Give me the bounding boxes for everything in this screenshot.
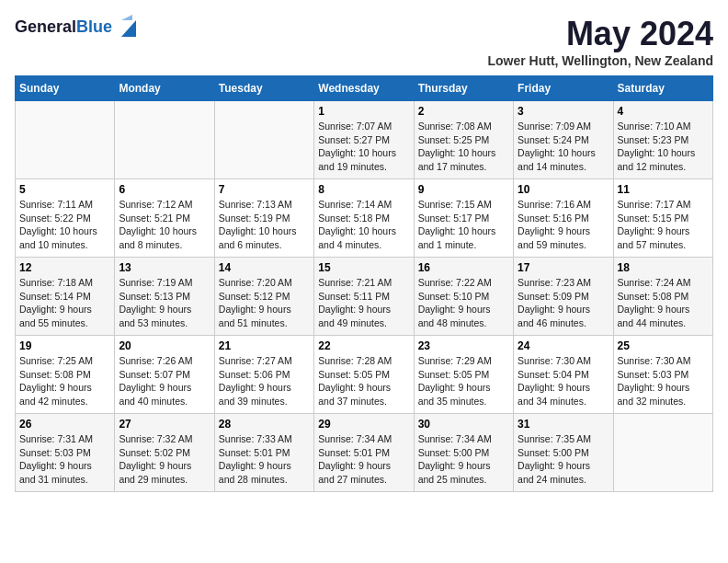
calendar-week-1: 1Sunrise: 7:07 AMSunset: 5:27 PMDaylight… xyxy=(16,101,713,179)
day-number: 14 xyxy=(219,261,310,274)
day-number: 29 xyxy=(318,418,409,431)
day-number: 15 xyxy=(318,261,409,274)
day-info: Sunrise: 7:19 AMSunset: 5:13 PMDaylight:… xyxy=(119,276,210,330)
day-number: 2 xyxy=(418,105,509,118)
calendar-cell: 15Sunrise: 7:21 AMSunset: 5:11 PMDayligh… xyxy=(314,258,414,336)
day-info: Sunrise: 7:07 AMSunset: 5:27 PMDaylight:… xyxy=(318,120,409,174)
calendar-cell: 28Sunrise: 7:33 AMSunset: 5:01 PMDayligh… xyxy=(214,414,313,492)
day-of-week-friday: Friday xyxy=(514,76,613,101)
calendar-cell: 27Sunrise: 7:32 AMSunset: 5:02 PMDayligh… xyxy=(115,414,214,492)
day-info: Sunrise: 7:11 AMSunset: 5:22 PMDaylight:… xyxy=(19,198,110,252)
day-number: 24 xyxy=(518,339,609,352)
day-info: Sunrise: 7:26 AMSunset: 5:07 PMDaylight:… xyxy=(119,354,210,408)
calendar-cell: 26Sunrise: 7:31 AMSunset: 5:03 PMDayligh… xyxy=(16,414,115,492)
calendar-cell: 29Sunrise: 7:34 AMSunset: 5:01 PMDayligh… xyxy=(314,414,414,492)
calendar-cell: 6Sunrise: 7:12 AMSunset: 5:21 PMDaylight… xyxy=(115,179,214,258)
day-number: 31 xyxy=(518,418,609,431)
calendar-header-row: SundayMondayTuesdayWednesdayThursdayFrid… xyxy=(16,76,713,101)
day-info: Sunrise: 7:13 AMSunset: 5:19 PMDaylight:… xyxy=(219,198,310,252)
calendar-cell: 3Sunrise: 7:09 AMSunset: 5:24 PMDaylight… xyxy=(514,101,613,179)
day-info: Sunrise: 7:27 AMSunset: 5:06 PMDaylight:… xyxy=(219,354,310,408)
day-number: 9 xyxy=(418,183,509,196)
day-info: Sunrise: 7:22 AMSunset: 5:10 PMDaylight:… xyxy=(418,276,509,330)
day-number: 27 xyxy=(119,418,210,431)
day-number: 12 xyxy=(19,261,110,274)
day-info: Sunrise: 7:12 AMSunset: 5:21 PMDaylight:… xyxy=(119,198,210,252)
day-number: 22 xyxy=(318,339,409,352)
calendar-cell: 25Sunrise: 7:30 AMSunset: 5:03 PMDayligh… xyxy=(613,336,712,414)
calendar-cell: 19Sunrise: 7:25 AMSunset: 5:08 PMDayligh… xyxy=(16,336,115,414)
calendar-cell: 20Sunrise: 7:26 AMSunset: 5:07 PMDayligh… xyxy=(115,336,214,414)
day-number: 21 xyxy=(219,339,310,352)
day-info: Sunrise: 7:25 AMSunset: 5:08 PMDaylight:… xyxy=(19,354,110,408)
day-number: 18 xyxy=(618,261,709,274)
calendar-cell xyxy=(613,414,712,492)
day-info: Sunrise: 7:20 AMSunset: 5:12 PMDaylight:… xyxy=(219,276,310,330)
day-info: Sunrise: 7:08 AMSunset: 5:25 PMDaylight:… xyxy=(418,120,509,174)
day-info: Sunrise: 7:33 AMSunset: 5:01 PMDaylight:… xyxy=(219,432,310,487)
day-info: Sunrise: 7:16 AMSunset: 5:16 PMDaylight:… xyxy=(518,198,609,252)
day-info: Sunrise: 7:17 AMSunset: 5:15 PMDaylight:… xyxy=(618,198,709,252)
page-header: GeneralBlue May 2024 Lower Hutt, Welling… xyxy=(15,15,713,68)
calendar-week-3: 12Sunrise: 7:18 AMSunset: 5:14 PMDayligh… xyxy=(16,258,713,336)
calendar-cell: 5Sunrise: 7:11 AMSunset: 5:22 PMDaylight… xyxy=(16,179,115,258)
day-number: 5 xyxy=(19,183,110,196)
month-title: May 2024 xyxy=(487,15,713,53)
calendar-cell: 22Sunrise: 7:28 AMSunset: 5:05 PMDayligh… xyxy=(314,336,414,414)
svg-marker-0 xyxy=(121,20,136,37)
day-info: Sunrise: 7:28 AMSunset: 5:05 PMDaylight:… xyxy=(318,354,409,408)
day-of-week-wednesday: Wednesday xyxy=(314,76,414,101)
day-info: Sunrise: 7:31 AMSunset: 5:03 PMDaylight:… xyxy=(19,432,110,487)
day-number: 17 xyxy=(518,261,609,274)
calendar-cell: 16Sunrise: 7:22 AMSunset: 5:10 PMDayligh… xyxy=(414,258,513,336)
day-number: 23 xyxy=(418,339,509,352)
day-info: Sunrise: 7:23 AMSunset: 5:09 PMDaylight:… xyxy=(518,276,609,330)
day-of-week-thursday: Thursday xyxy=(414,76,513,101)
calendar-cell: 7Sunrise: 7:13 AMSunset: 5:19 PMDaylight… xyxy=(214,179,313,258)
day-info: Sunrise: 7:30 AMSunset: 5:04 PMDaylight:… xyxy=(518,354,609,408)
logo-general: GeneralBlue xyxy=(15,18,112,37)
calendar-week-5: 26Sunrise: 7:31 AMSunset: 5:03 PMDayligh… xyxy=(16,414,713,492)
calendar-cell: 8Sunrise: 7:14 AMSunset: 5:18 PMDaylight… xyxy=(314,179,414,258)
day-info: Sunrise: 7:18 AMSunset: 5:14 PMDaylight:… xyxy=(19,276,110,330)
calendar-cell: 2Sunrise: 7:08 AMSunset: 5:25 PMDaylight… xyxy=(414,101,513,179)
day-number: 7 xyxy=(219,183,310,196)
day-info: Sunrise: 7:21 AMSunset: 5:11 PMDaylight:… xyxy=(318,276,409,330)
calendar-cell: 14Sunrise: 7:20 AMSunset: 5:12 PMDayligh… xyxy=(214,258,313,336)
day-number: 30 xyxy=(418,418,509,431)
calendar-cell: 31Sunrise: 7:35 AMSunset: 5:00 PMDayligh… xyxy=(514,414,613,492)
svg-marker-1 xyxy=(121,15,132,20)
calendar-cell xyxy=(214,101,313,179)
title-area: May 2024 Lower Hutt, Wellington, New Zea… xyxy=(487,15,713,68)
day-number: 28 xyxy=(219,418,310,431)
day-info: Sunrise: 7:24 AMSunset: 5:08 PMDaylight:… xyxy=(618,276,709,330)
day-of-week-sunday: Sunday xyxy=(16,76,115,101)
day-number: 1 xyxy=(318,105,409,118)
logo-icon xyxy=(114,11,143,40)
day-number: 20 xyxy=(119,339,210,352)
calendar-cell: 4Sunrise: 7:10 AMSunset: 5:23 PMDaylight… xyxy=(613,101,712,179)
day-number: 19 xyxy=(19,339,110,352)
day-number: 13 xyxy=(119,261,210,274)
day-info: Sunrise: 7:34 AMSunset: 5:01 PMDaylight:… xyxy=(318,432,409,487)
day-info: Sunrise: 7:09 AMSunset: 5:24 PMDaylight:… xyxy=(518,120,609,174)
calendar-cell: 11Sunrise: 7:17 AMSunset: 5:15 PMDayligh… xyxy=(613,179,712,258)
location: Lower Hutt, Wellington, New Zealand xyxy=(487,53,713,68)
calendar-cell: 17Sunrise: 7:23 AMSunset: 5:09 PMDayligh… xyxy=(514,258,613,336)
day-number: 26 xyxy=(19,418,110,431)
calendar-cell: 30Sunrise: 7:34 AMSunset: 5:00 PMDayligh… xyxy=(414,414,513,492)
calendar-table: SundayMondayTuesdayWednesdayThursdayFrid… xyxy=(15,75,713,492)
calendar-cell: 10Sunrise: 7:16 AMSunset: 5:16 PMDayligh… xyxy=(514,179,613,258)
calendar-cell: 1Sunrise: 7:07 AMSunset: 5:27 PMDaylight… xyxy=(314,101,414,179)
calendar-cell xyxy=(115,101,214,179)
day-info: Sunrise: 7:35 AMSunset: 5:00 PMDaylight:… xyxy=(518,432,609,487)
calendar-cell: 12Sunrise: 7:18 AMSunset: 5:14 PMDayligh… xyxy=(16,258,115,336)
day-of-week-tuesday: Tuesday xyxy=(214,76,313,101)
calendar-cell: 24Sunrise: 7:30 AMSunset: 5:04 PMDayligh… xyxy=(514,336,613,414)
day-number: 4 xyxy=(618,105,709,118)
day-number: 10 xyxy=(518,183,609,196)
calendar-cell: 13Sunrise: 7:19 AMSunset: 5:13 PMDayligh… xyxy=(115,258,214,336)
day-number: 16 xyxy=(418,261,509,274)
day-info: Sunrise: 7:15 AMSunset: 5:17 PMDaylight:… xyxy=(418,198,509,252)
logo: GeneralBlue xyxy=(15,15,143,40)
